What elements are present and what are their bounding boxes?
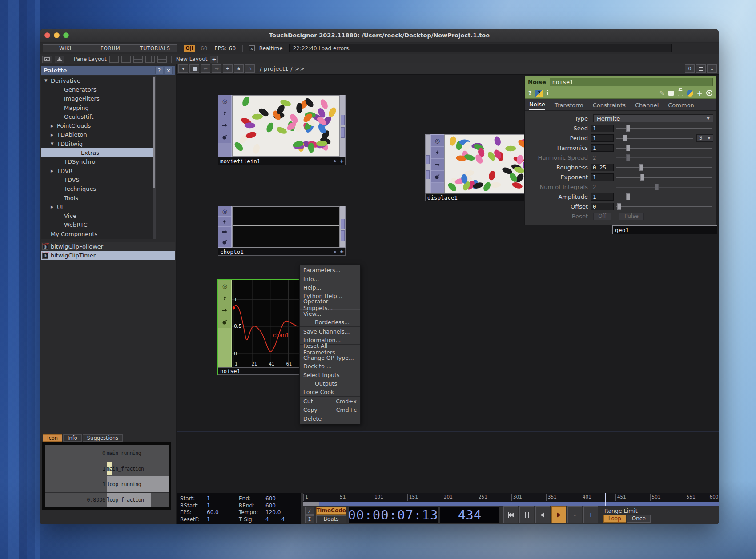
- tree-expand-icon[interactable]: ▼: [51, 141, 57, 146]
- param-value-field[interactable]: 0.25: [591, 164, 614, 171]
- step-back-button[interactable]: -: [567, 506, 582, 523]
- param-value-field[interactable]: 2: [591, 154, 614, 161]
- info-value[interactable]: 60.0: [207, 509, 219, 516]
- loop-button[interactable]: Loop: [603, 515, 626, 523]
- param-slider[interactable]: [616, 134, 693, 142]
- add-pane-icon[interactable]: +: [223, 64, 233, 73]
- node-add-icon[interactable]: ✚: [338, 157, 345, 165]
- slider-knob[interactable]: [626, 125, 630, 132]
- pane-layout-preset-1[interactable]: [109, 56, 119, 63]
- cook-flag-icon[interactable]: [218, 316, 231, 328]
- node-chopto1[interactable]: ◎ chopto1 ✚: [218, 206, 346, 256]
- param-value-field[interactable]: 1: [591, 125, 614, 132]
- palette-tree-item[interactable]: ▶ UI: [41, 202, 153, 211]
- palette-component-item[interactable]: ◎COMP bitwigClipTimer: [41, 251, 175, 260]
- slider-knob[interactable]: [655, 184, 659, 190]
- viewer-flag-icon[interactable]: ◎: [218, 206, 231, 217]
- viewer-flag-icon[interactable]: ◎: [218, 280, 231, 292]
- once-button[interactable]: Once: [627, 515, 651, 523]
- slider-knob[interactable]: [617, 203, 621, 210]
- play-reverse-button[interactable]: [535, 506, 550, 523]
- param-value-field[interactable]: 1: [591, 134, 614, 142]
- node-geo1-name-field[interactable]: geo1: [612, 225, 717, 234]
- context-menu-item[interactable]: Delete: [300, 414, 360, 423]
- context-menu-item[interactable]: Borderless...: [300, 318, 360, 326]
- message-counter[interactable]: 0: [685, 64, 695, 73]
- palette-tree-item[interactable]: ▼ Derivative: [41, 76, 153, 85]
- palette-tree-item[interactable]: OculusRift: [41, 112, 153, 121]
- param-slider[interactable]: [616, 164, 712, 171]
- context-menu-item[interactable]: Select Inputs: [300, 371, 360, 379]
- home-icon[interactable]: ⌂: [245, 64, 255, 73]
- bypass-flag-icon[interactable]: [218, 292, 231, 304]
- help-icon[interactable]: ?: [528, 89, 532, 97]
- playhead[interactable]: [605, 493, 606, 506]
- timecode-mode-button[interactable]: TimeCode: [316, 507, 346, 515]
- node-moviefilein1[interactable]: ◎ moviefilein1 ✚: [218, 95, 346, 165]
- op-name-field[interactable]: noise1: [550, 78, 713, 86]
- pane-menu-icon[interactable]: ▾: [178, 64, 188, 73]
- frame-ruler[interactable]: 151101151201251301351401451501551600: [303, 493, 719, 502]
- output-connector[interactable]: [341, 127, 345, 138]
- tab-noise[interactable]: Noise: [529, 101, 545, 110]
- info-value[interactable]: 1: [207, 495, 210, 503]
- tree-expand-icon[interactable]: ▶: [51, 124, 57, 128]
- palette-splitter[interactable]: [40, 241, 176, 241]
- export-flag-icon[interactable]: [218, 227, 231, 237]
- param-slider[interactable]: [616, 203, 712, 210]
- viewer-flag-icon[interactable]: ◎: [218, 95, 231, 107]
- play-button[interactable]: [551, 506, 566, 523]
- palette-tree-item[interactable]: Tools: [41, 193, 153, 202]
- pulse-button[interactable]: Pulse: [619, 213, 644, 220]
- bypass-flag-icon[interactable]: [431, 147, 444, 159]
- add-layout-button[interactable]: +: [210, 56, 218, 63]
- step-forward-button[interactable]: +: [583, 506, 598, 523]
- range-bar-handle[interactable]: [303, 502, 319, 506]
- param-value-field[interactable]: 2: [591, 183, 614, 191]
- param-slider[interactable]: [616, 193, 712, 201]
- context-menu-item[interactable]: Copy Cmd+c: [300, 406, 360, 414]
- slider-knob[interactable]: [639, 164, 643, 171]
- context-menu-item[interactable]: Operator Snippets...: [300, 301, 360, 309]
- palette-tree-item[interactable]: ▶ TDAbleton: [41, 130, 153, 139]
- forum-button[interactable]: FORUM: [88, 44, 133, 52]
- realtime-checkbox[interactable]: x: [249, 45, 255, 51]
- pause-button[interactable]: [519, 506, 534, 523]
- tab-info[interactable]: Info: [63, 434, 82, 442]
- info-value[interactable]: 600: [265, 495, 276, 503]
- info-value[interactable]: 1: [207, 503, 210, 510]
- wiki-button[interactable]: WIKI: [43, 44, 88, 52]
- slider-knob[interactable]: [626, 145, 630, 151]
- comment-icon[interactable]: [668, 91, 674, 96]
- param-value-field[interactable]: 0: [591, 203, 614, 210]
- unit-dropdown[interactable]: S ▼: [696, 134, 713, 142]
- tab-transform[interactable]: Transform: [555, 102, 583, 110]
- info-value[interactable]: 1: [207, 516, 210, 523]
- tab-common[interactable]: Common: [668, 102, 694, 110]
- pane-layout-preset-5[interactable]: [157, 56, 167, 63]
- palette-close-button[interactable]: ×: [165, 67, 173, 74]
- context-menu-item[interactable]: Parameters...: [300, 266, 360, 274]
- input-connector[interactable]: [426, 170, 430, 179]
- info-value[interactable]: 600: [265, 503, 276, 510]
- pane-layout-preset-2[interactable]: [121, 56, 131, 63]
- context-menu-item[interactable]: Reset All Parameters: [300, 345, 360, 354]
- node-add-icon[interactable]: ✚: [338, 248, 345, 255]
- tree-expand-icon[interactable]: ▶: [51, 205, 57, 209]
- tab-icon[interactable]: Icon: [43, 434, 62, 442]
- forward-arrow-icon[interactable]: →: [212, 64, 221, 73]
- palette-tree-item[interactable]: Vive: [41, 211, 153, 220]
- palette-help-button[interactable]: ?: [155, 67, 163, 74]
- palette-tree-item[interactable]: TDSynchro: [41, 157, 153, 166]
- python-help-icon[interactable]: ?: [535, 90, 543, 97]
- param-slider[interactable]: [616, 154, 712, 161]
- context-menu-item[interactable]: Save Channels...: [300, 327, 360, 336]
- bypass-flag-icon[interactable]: [218, 217, 231, 227]
- reset-toggle[interactable]: Off: [593, 213, 611, 220]
- output-connector[interactable]: [341, 219, 345, 229]
- context-menu-item[interactable]: Dock to ...: [300, 362, 360, 370]
- output-connector[interactable]: [341, 230, 345, 241]
- node-lock-icon[interactable]: [331, 248, 338, 255]
- palette-component-item[interactable]: ◎COMP bitwigClipFollower: [41, 242, 175, 251]
- target-icon[interactable]: [706, 90, 712, 96]
